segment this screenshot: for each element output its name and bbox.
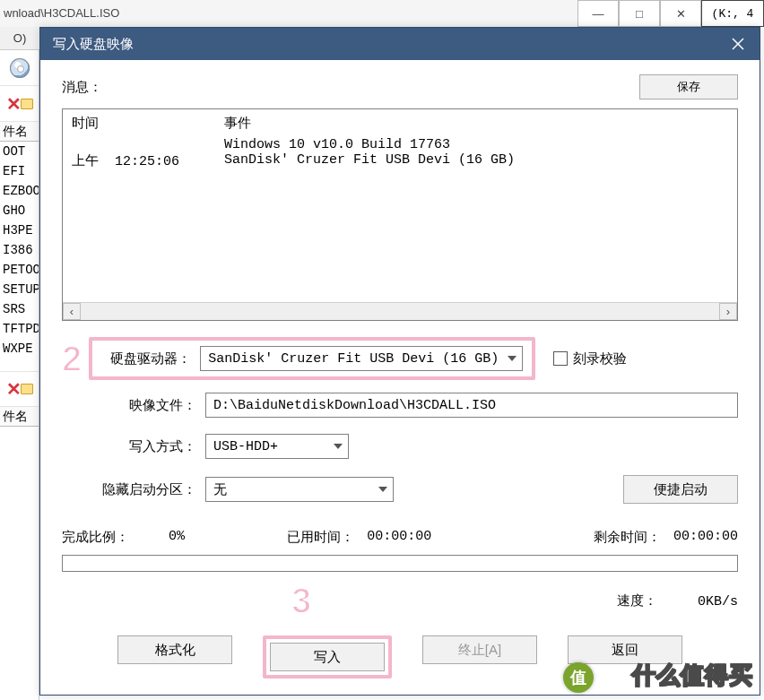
chevron-down-icon bbox=[508, 356, 517, 361]
quick-boot-button[interactable]: 便捷启动 bbox=[623, 475, 738, 504]
done-ratio-value: 0% bbox=[169, 529, 185, 546]
log-event: SanDisk' Cruzer Fit USB Devi (16 GB) bbox=[224, 152, 515, 169]
list-item[interactable]: TFTPD bbox=[0, 319, 39, 339]
parent-left-sidebar: ✕ 件名 OOT EFI EZBOOT GHO H3PE I386 PETOO … bbox=[0, 50, 39, 700]
remaining-label: 剩余时间： bbox=[594, 529, 661, 546]
save-button[interactable]: 保存 bbox=[639, 74, 738, 99]
toolbar-row-delete: ✕ bbox=[0, 86, 39, 122]
chevron-down-icon bbox=[378, 487, 387, 492]
annotation-number-3: 3 bbox=[291, 581, 311, 620]
parent-maximize-button[interactable]: □ bbox=[619, 0, 660, 27]
log-event: Windows 10 v10.0 Build 17763 bbox=[224, 137, 450, 152]
watermark-badge-icon: 值 bbox=[563, 662, 594, 693]
list-item[interactable]: SETUP bbox=[0, 280, 39, 299]
progress-bar bbox=[62, 555, 738, 572]
write-method-label: 写入方式： bbox=[62, 438, 205, 455]
disc-icon[interactable] bbox=[10, 58, 30, 78]
write-disk-image-dialog: 写入硬盘映像 消息： 保存 时间 事件 Windows 10 v10.0 Bui… bbox=[39, 27, 760, 696]
done-ratio-label: 完成比例： bbox=[62, 529, 129, 546]
image-file-field[interactable]: D:\BaiduNetdiskDownload\H3CDALL.ISO bbox=[205, 393, 738, 418]
list-item[interactable]: H3PE bbox=[0, 220, 39, 240]
log-row: Windows 10 v10.0 Build 17763 bbox=[72, 137, 728, 152]
list-item[interactable]: GHO bbox=[0, 201, 39, 220]
speed-label: 速度： bbox=[617, 594, 657, 609]
elapsed-value: 00:00:00 bbox=[367, 529, 431, 546]
scroll-track[interactable] bbox=[81, 303, 719, 320]
checkbox-box-icon bbox=[553, 351, 568, 366]
speed-value: 0KB/s bbox=[698, 594, 738, 609]
highlight-write-button: 写入 bbox=[263, 635, 392, 678]
image-file-label: 映像文件： bbox=[62, 397, 205, 414]
file-list-header: 件名 bbox=[0, 122, 39, 142]
toolbar-row-disc bbox=[0, 50, 39, 86]
file-list-header-2: 件名 bbox=[0, 407, 39, 427]
toolbar-row-delete-2: ✕ bbox=[0, 371, 39, 407]
list-item[interactable]: EZBOOT bbox=[0, 181, 39, 201]
burn-verify-checkbox[interactable]: 刻录校验 bbox=[553, 350, 627, 367]
image-file-value: D:\BaiduNetdiskDownload\H3CDALL.ISO bbox=[213, 398, 496, 413]
hidden-boot-select[interactable]: 无 bbox=[205, 477, 394, 502]
message-log: 时间 事件 Windows 10 v10.0 Build 17763 上午 12… bbox=[62, 108, 738, 321]
watermark-text: 什么值得买 bbox=[632, 660, 753, 691]
remaining-value: 00:00:00 bbox=[673, 529, 738, 546]
close-icon[interactable] bbox=[725, 31, 751, 56]
parent-window-controls: — □ ✕ bbox=[577, 0, 701, 27]
hidden-boot-value: 无 bbox=[213, 481, 227, 498]
log-time bbox=[72, 137, 224, 152]
list-item[interactable]: PETOO bbox=[0, 260, 39, 280]
drive-label: 硬盘驱动器： bbox=[101, 350, 200, 367]
write-button[interactable]: 写入 bbox=[270, 643, 385, 671]
folder-icon[interactable] bbox=[21, 99, 33, 109]
list-item[interactable]: SRS bbox=[0, 299, 39, 319]
dialog-title: 写入硬盘映像 bbox=[53, 36, 134, 53]
list-item[interactable]: WXPE bbox=[0, 339, 39, 359]
log-col-event: 事件 bbox=[224, 115, 251, 132]
log-row: 上午 12:25:06 SanDisk' Cruzer Fit USB Devi… bbox=[72, 152, 728, 169]
log-time: 上午 12:25:06 bbox=[72, 152, 224, 169]
folder-icon[interactable] bbox=[21, 384, 33, 394]
parent-menu-fragment[interactable]: O) bbox=[0, 27, 39, 50]
parent-close-button[interactable]: ✕ bbox=[660, 0, 701, 27]
list-item[interactable]: EFI bbox=[0, 161, 39, 181]
elapsed-label: 已用时间： bbox=[287, 529, 354, 546]
list-item[interactable]: OOT bbox=[0, 142, 39, 161]
write-method-value: USB-HDD+ bbox=[213, 439, 278, 454]
write-method-select[interactable]: USB-HDD+ bbox=[205, 434, 349, 459]
annotation-number-2: 2 bbox=[62, 339, 82, 379]
drive-select-value: SanDisk' Cruzer Fit USB Devi (16 GB) bbox=[208, 351, 499, 367]
log-col-time: 时间 bbox=[72, 115, 224, 132]
horizontal-scrollbar[interactable]: ‹ › bbox=[63, 302, 737, 320]
hidden-boot-label: 隐藏启动分区： bbox=[62, 481, 205, 498]
drive-letter-badge: (K:, 4 bbox=[701, 0, 764, 27]
log-body[interactable]: Windows 10 v10.0 Build 17763 上午 12:25:06… bbox=[63, 135, 737, 302]
format-button[interactable]: 格式化 bbox=[117, 635, 232, 664]
highlight-drive-row: 硬盘驱动器： SanDisk' Cruzer Fit USB Devi (16 … bbox=[89, 337, 535, 380]
drive-select[interactable]: SanDisk' Cruzer Fit USB Devi (16 GB) bbox=[200, 346, 523, 371]
parent-minimize-button[interactable]: — bbox=[577, 0, 619, 27]
chevron-down-icon bbox=[334, 444, 343, 449]
list-item[interactable]: I386 bbox=[0, 240, 39, 260]
abort-button: 终止[A] bbox=[422, 635, 537, 664]
scroll-right-icon[interactable]: › bbox=[719, 303, 737, 320]
dialog-titlebar[interactable]: 写入硬盘映像 bbox=[40, 28, 760, 60]
burn-verify-label: 刻录校验 bbox=[573, 350, 627, 367]
scroll-left-icon[interactable]: ‹ bbox=[63, 303, 81, 320]
messages-label: 消息： bbox=[62, 79, 102, 96]
